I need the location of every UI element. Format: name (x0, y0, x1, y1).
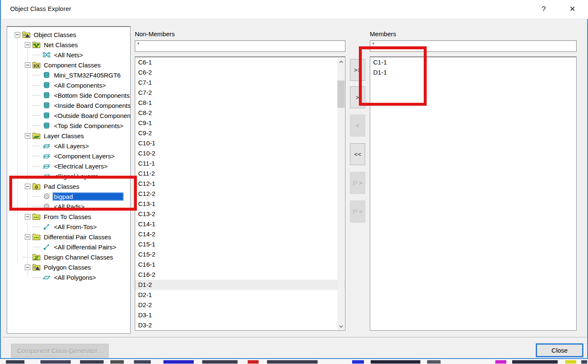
tree-item-label: <Outside Board Components> (53, 112, 131, 120)
tree-connector (35, 72, 40, 78)
tree-item-all-differential-pairs[interactable]: <All Differential Pairs> (7, 242, 130, 252)
fromto-icon (43, 223, 51, 230)
non-members-list[interactable]: C6-1C6-2C7-1C7-2C8-1C8-2C9-1C9-2C10-1C10… (135, 56, 345, 331)
list-item-c10-2[interactable]: C10-2 (135, 148, 345, 158)
non-members-scrollbar[interactable] (337, 58, 345, 330)
transfer-glyph: > (359, 179, 362, 186)
list-item-c11-2[interactable]: C11-2 (135, 169, 345, 179)
tree-item-all-polygons[interactable]: <All Polygons> (7, 272, 130, 282)
transfer-glyph: << (354, 151, 361, 158)
tree-item-layer-classes[interactable]: Layer Classes (7, 131, 130, 141)
list-item-c6-1[interactable]: C6-1 (135, 57, 345, 67)
tree-item-all-layers[interactable]: <All Layers> (7, 141, 130, 151)
tree-collapse-icon[interactable] (25, 265, 30, 270)
component-class-generator-button[interactable]: Component Class Generator... (11, 344, 109, 358)
annotation-box-1 (359, 46, 427, 106)
help-icon[interactable]: ? (537, 3, 550, 15)
list-item-c12-2[interactable]: C12-2 (135, 189, 345, 199)
list-item-c9-1[interactable]: C9-1 (135, 118, 345, 128)
list-item-d2-2[interactable]: D2-2 (135, 300, 345, 310)
list-item-c14-2[interactable]: C14-2 (135, 229, 345, 239)
list-item-c7-1[interactable]: C7-1 (135, 78, 345, 88)
background-color-chip (495, 360, 506, 364)
members-label: Members (370, 30, 396, 37)
tree-item-all-components[interactable]: <All Components> (7, 80, 130, 90)
object-classes-icon (22, 31, 30, 38)
layers-icon (43, 163, 51, 169)
tree-item-inside-board-components[interactable]: <Inside Board Components> (7, 100, 130, 110)
add-class-members-left-button[interactable]: < (350, 201, 365, 222)
list-item-c8-2[interactable]: C8-2 (135, 108, 345, 118)
component-icon (43, 112, 51, 119)
scroll-down-icon[interactable] (337, 323, 345, 330)
tree-item-top-side-components[interactable]: <Top Side Components> (7, 120, 130, 131)
list-item-c6-2[interactable]: C6-2 (135, 67, 345, 78)
background-color-chip (581, 360, 587, 364)
list-item-c16-1[interactable]: C16-1 (135, 260, 345, 270)
footer-divider (3, 337, 587, 338)
component-icon (43, 72, 51, 78)
list-item-c12-1[interactable]: C12-1 (135, 179, 345, 189)
tree-item-all-from-tos[interactable]: <All From-Tos> (7, 222, 130, 232)
list-item-c11-1[interactable]: C11-1 (135, 158, 345, 169)
background-app-strip (0, 359, 588, 364)
tree-collapse-icon[interactable] (25, 133, 30, 139)
list-item-c8-1[interactable]: C8-1 (135, 98, 345, 108)
tree-item-mini-stm32f405rgt6[interactable]: Mini_STM32F405RGT6 (7, 70, 130, 80)
move-all-left-button[interactable]: << (350, 143, 365, 165)
list-item-c16-2[interactable]: C16-2 (135, 270, 345, 280)
tree-collapse-icon[interactable] (25, 214, 30, 219)
generator-label-post: enerator... (74, 347, 103, 354)
tree-item-label: Component Classes (43, 61, 102, 69)
tree-item-label: Design Channel Classes (43, 253, 114, 261)
list-item-c10-1[interactable]: C10-1 (135, 138, 345, 148)
list-item-c9-2[interactable]: C9-2 (135, 128, 345, 138)
tree-item-label: Differential Pair Classes (43, 233, 112, 241)
tree-item-bottom-side-components[interactable]: <Bottom Side Components> (7, 90, 130, 100)
tree-collapse-icon[interactable] (25, 62, 30, 68)
move-left-button[interactable]: < (350, 115, 365, 136)
tree-item-object-classes[interactable]: Object Classes (7, 29, 130, 40)
background-color-chip (163, 360, 194, 364)
tree-item-all-nets[interactable]: <All Nets> (7, 50, 130, 60)
tree-connector (35, 153, 40, 159)
tree-item-polygon-classes[interactable]: Polygon Classes (7, 262, 130, 272)
list-item-c13-2[interactable]: C13-2 (135, 209, 345, 219)
scrollbar-thumb[interactable] (337, 80, 345, 108)
tree-connector (35, 163, 40, 169)
tree-item-label: <Top Side Components> (53, 122, 125, 130)
tree-collapse-icon[interactable] (25, 234, 30, 240)
tree-item-electrical-layers[interactable]: <Electrical Layers> (7, 161, 130, 171)
annotation-box-2 (9, 176, 137, 211)
scroll-up-icon[interactable] (337, 58, 345, 65)
close-button[interactable]: Close (536, 343, 583, 357)
tree-item-from-to-classes[interactable]: From To Classes (7, 211, 130, 222)
list-item-c14-1[interactable]: C14-1 (135, 219, 345, 229)
tree-item-component-classes[interactable]: Component Classes (7, 60, 130, 70)
tree-collapse-icon[interactable] (25, 42, 30, 48)
list-item-d3-2[interactable]: D3-2 (135, 320, 345, 330)
titlebar: Object Class Explorer ? ✕ (2, 0, 588, 19)
list-item-c15-1[interactable]: C15-1 (135, 239, 345, 249)
list-item-c13-1[interactable]: C13-1 (135, 199, 345, 209)
tree-collapse-icon[interactable] (15, 32, 20, 37)
tree-item-net-classes[interactable]: Net Classes (7, 40, 130, 50)
layer-classes-icon (32, 132, 40, 139)
background-color-chip (134, 360, 151, 364)
tree-item-label: Mini_STM32F405RGT6 (53, 71, 122, 79)
list-item-d3-1[interactable]: D3-1 (135, 310, 345, 320)
tree-item-component-layers[interactable]: <Component Layers> (7, 151, 130, 161)
non-members-label: Non-Members (135, 30, 175, 37)
add-class-members-right-button[interactable]: > (350, 172, 365, 194)
list-item-c7-2[interactable]: C7-2 (135, 88, 345, 98)
tree-item-outside-board-components[interactable]: <Outside Board Components> (7, 110, 130, 120)
list-item-c15-2[interactable]: C15-2 (135, 249, 345, 260)
tree-item-design-channel-classes[interactable]: Design Channel Classes (7, 252, 130, 262)
tree-item-label: From To Classes (43, 213, 92, 221)
close-icon[interactable]: ✕ (566, 3, 579, 15)
non-members-filter-input[interactable] (135, 40, 345, 52)
list-item-d2-1[interactable]: D2-1 (135, 290, 345, 300)
component-classes-icon (32, 62, 40, 68)
list-item-d1-2[interactable]: D1-2 (135, 280, 345, 290)
tree-item-differential-pair-classes[interactable]: Differential Pair Classes (7, 232, 130, 242)
